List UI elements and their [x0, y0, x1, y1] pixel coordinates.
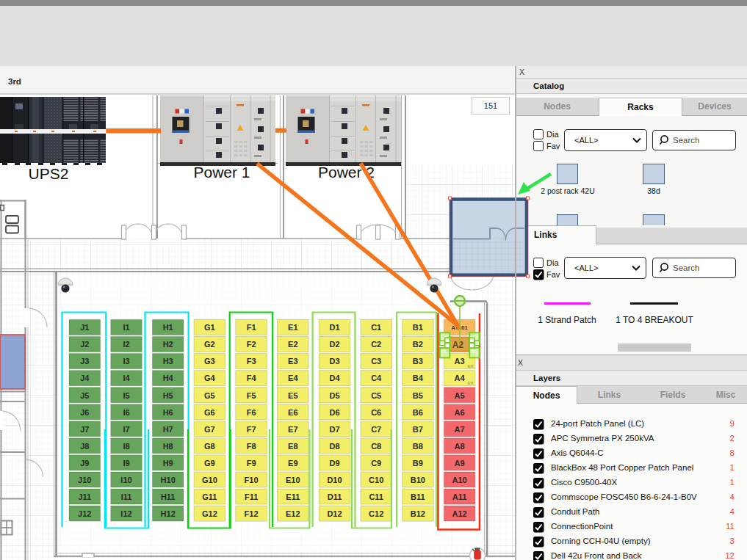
svg-text:C6: C6: [371, 408, 381, 417]
svg-text:C2: C2: [371, 340, 381, 349]
svg-text:F9: F9: [247, 459, 256, 468]
svg-text:F5: F5: [247, 391, 256, 400]
svg-text:EM: EM: [468, 364, 474, 368]
svg-text:A7: A7: [455, 425, 465, 434]
svg-text:B5: B5: [413, 391, 423, 400]
svg-text:I11: I11: [121, 492, 132, 501]
svg-text:I2: I2: [123, 340, 129, 349]
svg-text:A4: A4: [455, 374, 466, 382]
svg-text:J7: J7: [80, 425, 89, 434]
svg-text:151: 151: [484, 101, 497, 110]
svg-text:J4: J4: [80, 374, 90, 382]
svg-text:A5: A5: [455, 391, 465, 400]
svg-text:J9: J9: [80, 459, 89, 468]
svg-text:B4: B4: [413, 374, 424, 382]
svg-text:G11: G11: [202, 492, 217, 501]
svg-text:J3: J3: [80, 357, 89, 366]
svg-text:F2: F2: [247, 340, 256, 349]
svg-text:C7: C7: [371, 425, 381, 434]
svg-text:B12: B12: [411, 509, 425, 518]
svg-text:H5: H5: [163, 391, 173, 400]
svg-text:F10: F10: [245, 476, 259, 484]
svg-text:E2: E2: [288, 340, 297, 349]
svg-text:F6: F6: [247, 408, 256, 417]
svg-text:C11: C11: [369, 492, 383, 501]
svg-text:J5: J5: [80, 391, 89, 400]
svg-text:D5: D5: [329, 391, 339, 400]
svg-text:D10: D10: [327, 476, 342, 484]
svg-text:E11: E11: [286, 492, 300, 501]
svg-text:C5: C5: [371, 391, 381, 400]
svg-text:E9: E9: [288, 459, 297, 468]
svg-text:J1: J1: [80, 323, 89, 332]
svg-text:F11: F11: [245, 492, 258, 501]
svg-text:B3: B3: [413, 357, 423, 366]
svg-text:C4: C4: [371, 374, 382, 382]
svg-text:B1: B1: [413, 323, 423, 332]
svg-text:I1: I1: [123, 323, 129, 332]
svg-text:G9: G9: [204, 459, 215, 468]
svg-text:C1: C1: [371, 323, 381, 332]
svg-text:C12: C12: [369, 509, 383, 518]
svg-text:I3: I3: [123, 357, 129, 366]
svg-text:E10: E10: [286, 476, 300, 484]
svg-text:G5: G5: [204, 391, 215, 400]
svg-text:G3: G3: [204, 357, 215, 366]
svg-text:D1: D1: [329, 323, 339, 332]
svg-text:E5: E5: [288, 391, 297, 400]
svg-text:B7: B7: [413, 425, 423, 434]
svg-text:C3: C3: [371, 357, 381, 366]
svg-text:H1: H1: [163, 323, 173, 332]
svg-text:H3: H3: [163, 357, 173, 366]
svg-text:A9: A9: [455, 459, 465, 468]
svg-text:H7: H7: [163, 425, 173, 434]
svg-text:F4: F4: [247, 374, 257, 382]
svg-text:E7: E7: [288, 425, 297, 434]
svg-text:H2: H2: [163, 340, 173, 349]
svg-text:D12: D12: [327, 509, 342, 518]
svg-text:I7: I7: [123, 425, 129, 434]
svg-text:G2: G2: [204, 340, 215, 349]
svg-text:A6: A6: [455, 408, 465, 417]
svg-text:D4: D4: [329, 374, 340, 382]
svg-text:D2: D2: [329, 340, 339, 349]
svg-text:I10: I10: [120, 476, 131, 484]
svg-text:H11: H11: [161, 492, 176, 501]
svg-text:F7: F7: [247, 425, 256, 434]
svg-text:H4: H4: [163, 374, 174, 382]
svg-text:E12: E12: [286, 509, 300, 518]
svg-text:F3: F3: [247, 357, 256, 366]
svg-text:A8: A8: [455, 442, 465, 451]
svg-text:H12: H12: [161, 509, 176, 518]
svg-text:A2: A2: [452, 340, 464, 350]
svg-text:A12: A12: [452, 509, 467, 518]
svg-text:H6: H6: [163, 408, 173, 417]
svg-text:J11: J11: [78, 492, 91, 501]
svg-text:J2: J2: [80, 340, 89, 349]
svg-text:D3: D3: [329, 357, 339, 366]
svg-text:I4: I4: [123, 374, 130, 382]
svg-text:F8: F8: [247, 442, 256, 451]
svg-text:D11: D11: [328, 492, 342, 501]
svg-text:Power 1: Power 1: [193, 164, 250, 181]
svg-text:G8: G8: [204, 442, 215, 451]
svg-text:I9: I9: [123, 459, 129, 468]
svg-text:B11: B11: [411, 492, 425, 501]
svg-text:B8: B8: [413, 442, 423, 451]
svg-text:H10: H10: [161, 476, 176, 484]
svg-text:F12: F12: [245, 509, 259, 518]
svg-text:H8: H8: [163, 442, 173, 451]
svg-text:D6: D6: [329, 408, 339, 417]
svg-text:A10: A10: [452, 476, 467, 484]
svg-text:A11: A11: [452, 492, 467, 501]
svg-text:I12: I12: [120, 509, 131, 518]
svg-text:I6: I6: [123, 408, 129, 417]
svg-text:G12: G12: [202, 509, 217, 518]
svg-text:E1: E1: [288, 323, 297, 332]
svg-text:EM: EM: [468, 381, 474, 385]
svg-text:G4: G4: [204, 374, 216, 382]
svg-text:J10: J10: [78, 476, 91, 484]
svg-text:D9: D9: [329, 459, 339, 468]
svg-text:A3: A3: [455, 357, 465, 366]
svg-text:G1: G1: [204, 323, 215, 332]
